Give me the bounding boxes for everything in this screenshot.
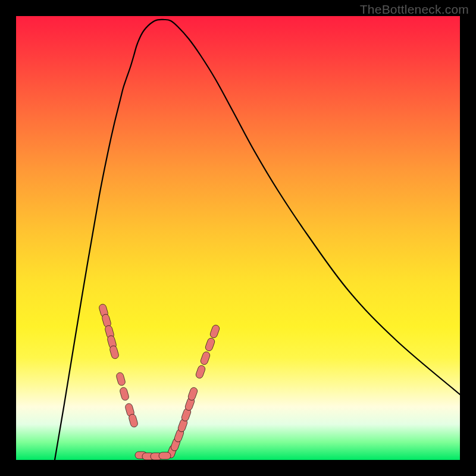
- plot-area: [16, 16, 460, 460]
- chart-frame: TheBottleneck.com: [0, 0, 476, 476]
- watermark-text: TheBottleneck.com: [360, 2, 469, 17]
- gradient-background: [16, 16, 460, 460]
